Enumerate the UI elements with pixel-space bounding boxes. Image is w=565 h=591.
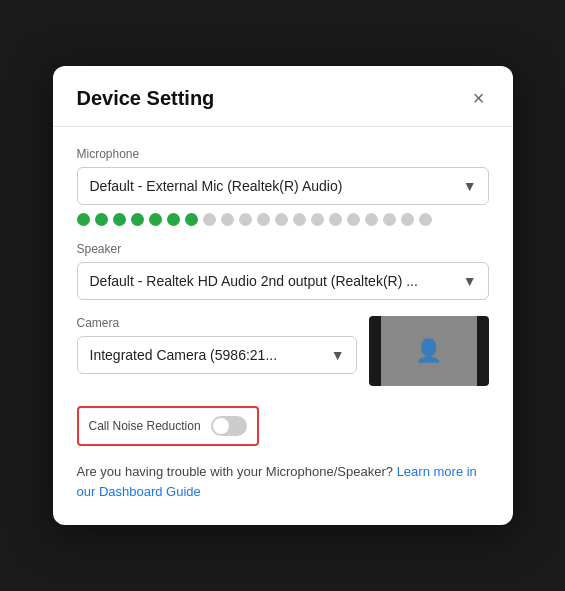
close-button[interactable]: ×: [469, 86, 489, 110]
noise-reduction-row: Call Noise Reduction: [77, 406, 259, 446]
modal-header: Device Setting ×: [53, 66, 513, 127]
microphone-select-wrapper: Default - External Mic (Realtek(R) Audio…: [77, 167, 489, 205]
microphone-section: Microphone Default - External Mic (Realt…: [77, 147, 489, 205]
camera-section: Camera Integrated Camera (5986:21... ▼ 👤: [77, 316, 489, 386]
mic-level-dot-2: [95, 213, 108, 226]
help-text: Are you having trouble with your Microph…: [77, 462, 489, 501]
camera-select[interactable]: Integrated Camera (5986:21...: [77, 336, 357, 374]
mic-level-dot-7: [185, 213, 198, 226]
mic-level-dot-5: [149, 213, 162, 226]
mic-level-dot-10: [239, 213, 252, 226]
mic-level-dot-15: [329, 213, 342, 226]
camera-select-area: Camera Integrated Camera (5986:21... ▼: [77, 316, 357, 382]
toggle-slider: [211, 416, 247, 436]
speaker-label: Speaker: [77, 242, 489, 256]
mic-level-dot-1: [77, 213, 90, 226]
mic-level-dot-9: [221, 213, 234, 226]
noise-reduction-toggle[interactable]: [211, 416, 247, 436]
speaker-select-wrapper: Default - Realtek HD Audio 2nd output (R…: [77, 262, 489, 300]
mic-level-dot-6: [167, 213, 180, 226]
mic-level-dot-8: [203, 213, 216, 226]
device-setting-modal: Device Setting × Microphone Default - Ex…: [53, 66, 513, 525]
speaker-section: Speaker Default - Realtek HD Audio 2nd o…: [77, 242, 489, 300]
modal-body: Microphone Default - External Mic (Realt…: [53, 127, 513, 525]
mic-level-dot-14: [311, 213, 324, 226]
mic-level-dot-12: [275, 213, 288, 226]
modal-title: Device Setting: [77, 87, 215, 110]
mic-level-dot-4: [131, 213, 144, 226]
speaker-select[interactable]: Default - Realtek HD Audio 2nd output (R…: [77, 262, 489, 300]
camera-select-wrapper: Integrated Camera (5986:21... ▼: [77, 336, 357, 374]
microphone-label: Microphone: [77, 147, 489, 161]
mic-level-dot-11: [257, 213, 270, 226]
mic-level-dot-18: [383, 213, 396, 226]
noise-reduction-label: Call Noise Reduction: [89, 419, 201, 433]
mic-level-dot-16: [347, 213, 360, 226]
mic-level-dot-13: [293, 213, 306, 226]
camera-preview-inner: 👤: [369, 316, 489, 386]
camera-preview: 👤: [369, 316, 489, 386]
mic-level-dot-20: [419, 213, 432, 226]
help-text-content: Are you having trouble with your Microph…: [77, 464, 394, 479]
mic-level-dot-19: [401, 213, 414, 226]
camera-label: Camera: [77, 316, 357, 330]
mic-level-dot-17: [365, 213, 378, 226]
microphone-select[interactable]: Default - External Mic (Realtek(R) Audio…: [77, 167, 489, 205]
camera-person-icon: 👤: [415, 338, 442, 364]
mic-level-indicator: [77, 213, 489, 226]
mic-level-dot-3: [113, 213, 126, 226]
